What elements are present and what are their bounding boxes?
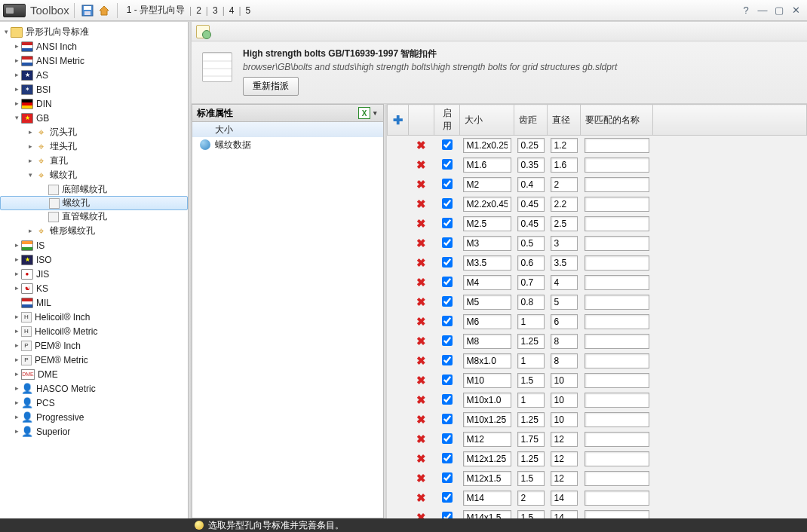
tree-gb-chentou[interactable]: ▸⌖沉头孔: [0, 125, 188, 139]
tree-gb-zhuixing[interactable]: ▸⌖锥形螺纹孔: [0, 224, 188, 238]
tree-din[interactable]: ▸DIN: [0, 96, 188, 111]
tree-gb-luowen[interactable]: ▾⌖螺纹孔: [0, 168, 188, 182]
tab-5[interactable]: 5: [244, 5, 253, 16]
tree-gb-luowen-zhiguan[interactable]: ▸直管螺纹孔: [0, 209, 188, 224]
enable-checkbox[interactable]: [442, 139, 453, 150]
pitch-input[interactable]: [517, 255, 545, 271]
enable-checkbox[interactable]: [442, 159, 453, 170]
enable-checkbox[interactable]: [442, 198, 453, 209]
size-input[interactable]: [463, 236, 511, 251]
minimize-button[interactable]: —: [754, 3, 771, 18]
match-input[interactable]: [585, 334, 649, 349]
delete-row-icon[interactable]: ✖: [416, 452, 426, 465]
pitch-input[interactable]: [517, 295, 545, 310]
dia-input[interactable]: [551, 393, 578, 408]
size-input[interactable]: [463, 373, 511, 388]
enable-checkbox[interactable]: [442, 335, 453, 346]
enable-checkbox[interactable]: [442, 433, 453, 444]
enable-checkbox[interactable]: [442, 492, 453, 503]
tab-1[interactable]: 1 - 异型孔向导: [125, 4, 186, 17]
enable-checkbox[interactable]: [442, 277, 453, 287]
tree-progressive[interactable]: ▸👤Progressive: [0, 410, 188, 424]
dia-input[interactable]: [551, 236, 578, 251]
match-input[interactable]: [585, 491, 649, 506]
delete-row-icon[interactable]: ✖: [416, 413, 426, 426]
delete-row-icon[interactable]: ✖: [416, 197, 426, 210]
size-input[interactable]: [463, 216, 511, 231]
dia-input[interactable]: [551, 451, 578, 466]
delete-row-icon[interactable]: ✖: [416, 511, 426, 518]
col-enable[interactable]: 启用: [434, 105, 460, 136]
size-input[interactable]: [463, 412, 511, 427]
size-input[interactable]: [463, 393, 511, 408]
size-input[interactable]: [463, 471, 511, 486]
size-input[interactable]: [463, 451, 511, 466]
col-pitch[interactable]: 齿距: [514, 105, 548, 136]
delete-row-icon[interactable]: ✖: [416, 256, 426, 269]
dia-input[interactable]: [551, 334, 578, 349]
enable-checkbox[interactable]: [442, 375, 453, 385]
size-input[interactable]: [463, 353, 511, 368]
pitch-input[interactable]: [517, 236, 545, 251]
enable-checkbox[interactable]: [442, 237, 453, 248]
col-size[interactable]: 大小: [460, 105, 514, 136]
tree-jis[interactable]: ▸●JIS: [0, 267, 188, 281]
maximize-button[interactable]: ▢: [771, 3, 787, 18]
match-input[interactable]: [585, 451, 649, 466]
pitch-input[interactable]: [517, 353, 545, 368]
tree-ks[interactable]: ▸☯KS: [0, 281, 188, 295]
delete-row-icon[interactable]: ✖: [416, 393, 426, 406]
match-input[interactable]: [585, 138, 649, 153]
match-input[interactable]: [585, 510, 649, 518]
delete-row-icon[interactable]: ✖: [416, 374, 426, 387]
size-input[interactable]: [463, 491, 511, 506]
pitch-input[interactable]: [517, 177, 545, 192]
pitch-input[interactable]: [517, 393, 545, 408]
col-add[interactable]: ✚: [388, 105, 409, 136]
delete-row-icon[interactable]: ✖: [416, 354, 426, 367]
dia-input[interactable]: [551, 255, 578, 271]
match-input[interactable]: [585, 432, 649, 447]
tree-iso[interactable]: ▸★ISO: [0, 252, 188, 267]
size-input[interactable]: [463, 510, 511, 518]
excel-export-icon[interactable]: X: [358, 107, 370, 119]
dia-input[interactable]: [551, 353, 578, 368]
tree-ansi-inch[interactable]: ▸ANSI Inch: [0, 39, 188, 54]
enable-checkbox[interactable]: [442, 512, 453, 519]
save-icon[interactable]: [81, 4, 94, 17]
pitch-input[interactable]: [517, 451, 545, 466]
tree-superior[interactable]: ▸👤Superior: [0, 424, 188, 439]
delete-row-icon[interactable]: ✖: [416, 217, 426, 230]
tab-2[interactable]: 2: [195, 5, 203, 16]
match-input[interactable]: [585, 412, 649, 427]
tree-bsi[interactable]: ▸✶BSI: [0, 82, 188, 96]
match-input[interactable]: [585, 197, 649, 212]
size-input[interactable]: [463, 334, 511, 349]
delete-row-icon[interactable]: ✖: [416, 139, 426, 151]
delete-row-icon[interactable]: ✖: [416, 237, 426, 249]
pitch-input[interactable]: [517, 491, 545, 506]
tree-helicoil-metric[interactable]: ▸HHelicoil® Metric: [0, 324, 188, 338]
tree-is[interactable]: ▸IS: [0, 238, 188, 252]
size-input[interactable]: [463, 197, 511, 212]
dia-input[interactable]: [551, 510, 578, 518]
pitch-input[interactable]: [517, 216, 545, 231]
standards-tree[interactable]: ▾异形孔向导标准 ▸ANSI Inch ▸ANSI Metric ▸★AS ▸✶…: [0, 22, 189, 518]
tree-mil[interactable]: ▸MIL: [0, 295, 188, 310]
pitch-input[interactable]: [517, 471, 545, 486]
match-input[interactable]: [585, 255, 649, 271]
delete-row-icon[interactable]: ✖: [416, 295, 426, 308]
enable-checkbox[interactable]: [442, 355, 453, 365]
match-input[interactable]: [585, 471, 649, 486]
tree-pem-metric[interactable]: ▸PPEM® Metric: [0, 353, 188, 367]
match-input[interactable]: [585, 373, 649, 388]
enable-checkbox[interactable]: [442, 453, 453, 463]
enable-checkbox[interactable]: [442, 414, 453, 424]
match-input[interactable]: [585, 275, 649, 290]
enable-checkbox[interactable]: [442, 257, 453, 268]
table-scroll[interactable]: ✚ 启用 大小 齿距 直径 要匹配的名称 ✖✖✖✖✖✖✖✖✖✖✖✖✖✖✖✖✖✖✖…: [387, 104, 807, 518]
match-input[interactable]: [585, 393, 649, 408]
home-icon[interactable]: [97, 4, 111, 17]
delete-row-icon[interactable]: ✖: [416, 276, 426, 289]
pitch-input[interactable]: [517, 197, 545, 212]
